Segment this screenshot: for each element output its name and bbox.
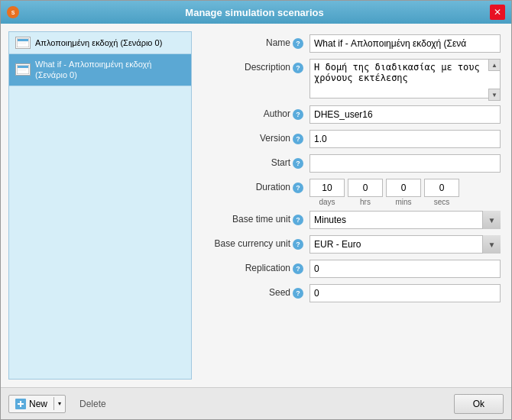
list-item-label: Απλοποιημένη εκδοχή (Σενάριο 0) xyxy=(35,37,162,48)
start-label: Start ? xyxy=(203,154,309,169)
list-item[interactable]: Απλοποιημένη εκδοχή (Σενάριο 0) xyxy=(9,32,191,54)
start-control xyxy=(309,154,501,173)
close-button[interactable]: ✕ xyxy=(490,5,505,20)
content-area: Απλοποιημένη εκδοχή (Σενάριο 0) What if … xyxy=(1,24,511,387)
seed-input[interactable] xyxy=(309,284,501,302)
version-label: Version ? xyxy=(203,130,309,144)
base-time-help-icon[interactable]: ? xyxy=(293,215,303,225)
duration-hrs-cell: hrs xyxy=(348,179,383,206)
version-help-icon[interactable]: ? xyxy=(293,134,303,144)
list-item[interactable]: What if - Απλοποιημένη εκδοχή (Σενάριο 0… xyxy=(9,54,191,86)
start-help-icon[interactable]: ? xyxy=(293,158,303,169)
list-item-label: What if - Απλοποιημένη εκδοχή (Σενάριο 0… xyxy=(35,59,185,81)
svg-text:S: S xyxy=(11,10,15,15)
start-row: Start ? xyxy=(203,154,501,174)
name-row: Name ? xyxy=(203,34,501,54)
new-button-group: New ▾ xyxy=(8,395,66,413)
form-panel: Name ? Description ? ▲ ▼ xyxy=(199,31,504,380)
author-control xyxy=(309,105,501,124)
duration-label: Duration ? xyxy=(203,179,309,193)
name-help-icon[interactable]: ? xyxy=(293,38,303,49)
hrs-label: hrs xyxy=(360,198,371,206)
description-row: Description ? ▲ ▼ xyxy=(203,59,501,101)
duration-days-cell: days xyxy=(309,179,345,206)
replication-control xyxy=(309,260,501,278)
replication-input[interactable] xyxy=(309,260,501,278)
base-time-value: Minutes xyxy=(314,215,346,225)
duration-inputs: days hrs mins secs xyxy=(309,179,501,206)
start-input[interactable] xyxy=(309,154,501,173)
name-input[interactable] xyxy=(309,34,501,53)
version-row: Version ? xyxy=(203,130,501,150)
seed-control xyxy=(309,284,501,302)
version-input[interactable] xyxy=(309,130,501,148)
version-control xyxy=(309,130,501,148)
title-bar: S Manage simulation scenarios ✕ xyxy=(1,1,511,24)
arrow-icon: ▾ xyxy=(58,400,61,407)
base-currency-select[interactable]: EUR - Euro xyxy=(309,235,501,254)
secs-label: secs xyxy=(434,198,450,206)
name-label: Name ? xyxy=(203,34,309,49)
new-dropdown-arrow[interactable]: ▾ xyxy=(53,397,65,410)
author-row: Author ? xyxy=(203,105,501,125)
author-label: Author ? xyxy=(203,105,309,120)
seed-row: Seed ? xyxy=(203,284,501,304)
seed-help-icon[interactable]: ? xyxy=(293,288,303,299)
base-currency-help-icon[interactable]: ? xyxy=(293,239,303,250)
base-currency-row: Base currency unit ? EUR - Euro ▼ xyxy=(203,235,501,255)
app-icon: S xyxy=(7,6,19,18)
list-item-icon xyxy=(15,63,31,76)
description-wrapper: ▲ ▼ xyxy=(309,59,501,101)
description-label: Description ? xyxy=(203,59,309,73)
delete-button[interactable]: Delete xyxy=(73,396,112,412)
duration-hrs-input[interactable] xyxy=(348,179,383,197)
scenario-list: Απλοποιημένη εκδοχή (Σενάριο 0) What if … xyxy=(8,31,192,380)
new-icon xyxy=(15,399,26,409)
main-window: S Manage simulation scenarios ✕ Απλοποιη… xyxy=(0,0,512,420)
mins-label: mins xyxy=(395,198,411,206)
base-currency-select-wrapper: EUR - Euro ▼ xyxy=(309,235,501,254)
duration-mins-input[interactable] xyxy=(386,179,421,197)
list-item-icon xyxy=(15,37,31,49)
footer-bar: New ▾ Delete Ok xyxy=(1,387,511,419)
scroll-up-button[interactable]: ▲ xyxy=(488,59,501,71)
base-time-select[interactable]: Minutes xyxy=(309,211,501,229)
days-label: days xyxy=(319,198,335,206)
ok-button[interactable]: Ok xyxy=(454,394,504,414)
duration-help-icon[interactable]: ? xyxy=(293,183,303,193)
base-time-select-wrapper: Minutes ▼ xyxy=(309,211,501,229)
replication-row: Replication ? xyxy=(203,260,501,279)
duration-days-input[interactable] xyxy=(309,179,345,197)
base-time-label: Base time unit ? xyxy=(203,211,309,225)
duration-row: Duration ? days hrs xyxy=(203,179,501,206)
author-help-icon[interactable]: ? xyxy=(293,109,303,120)
name-control xyxy=(309,34,501,53)
base-currency-value: EUR - Euro xyxy=(314,239,361,250)
base-currency-label: Base currency unit ? xyxy=(203,235,309,250)
duration-secs-input[interactable] xyxy=(424,179,459,197)
scroll-down-button[interactable]: ▼ xyxy=(488,89,501,101)
new-button[interactable]: New xyxy=(9,396,53,412)
replication-help-icon[interactable]: ? xyxy=(293,263,303,274)
list-spacer xyxy=(9,86,191,379)
author-input[interactable] xyxy=(309,105,501,124)
base-time-row: Base time unit ? Minutes ▼ xyxy=(203,211,501,231)
duration-mins-cell: mins xyxy=(386,179,421,206)
new-label: New xyxy=(29,399,47,409)
svg-rect-3 xyxy=(18,39,28,41)
svg-rect-7 xyxy=(18,66,28,68)
replication-label: Replication ? xyxy=(203,260,309,274)
window-title: Manage simulation scenarios xyxy=(19,7,490,18)
left-footer: New ▾ Delete xyxy=(8,395,112,413)
description-input[interactable] xyxy=(309,59,501,99)
duration-secs-cell: secs xyxy=(424,179,459,206)
seed-label: Seed ? xyxy=(203,284,309,299)
duration-control: days hrs mins secs xyxy=(309,179,501,206)
description-help-icon[interactable]: ? xyxy=(293,63,303,73)
